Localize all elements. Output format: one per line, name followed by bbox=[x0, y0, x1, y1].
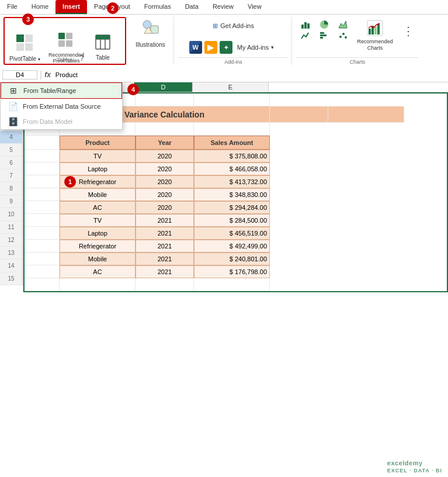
formula-input[interactable] bbox=[53, 71, 446, 79]
green-icon: ✦ bbox=[220, 41, 232, 54]
cell-b7[interactable] bbox=[25, 175, 60, 188]
cell-amount-13[interactable]: $ 240,801.00 bbox=[194, 253, 270, 265]
svg-point-25 bbox=[339, 36, 342, 38]
cell-b13[interactable] bbox=[25, 253, 60, 265]
word-icon: W bbox=[189, 41, 202, 54]
col-header-e[interactable]: E bbox=[193, 82, 269, 92]
area-chart-button[interactable] bbox=[335, 19, 351, 30]
svg-rect-2 bbox=[16, 43, 24, 51]
cell-b6[interactable] bbox=[25, 163, 60, 175]
svg-rect-24 bbox=[320, 37, 323, 39]
cell-product-6[interactable]: Laptop bbox=[60, 163, 136, 175]
svg-rect-7 bbox=[58, 40, 65, 47]
ribbon-group-illustrations: Illustrations bbox=[127, 17, 174, 65]
cell-b9[interactable] bbox=[25, 201, 60, 214]
column-chart-button[interactable] bbox=[297, 19, 314, 30]
row-9: 9 bbox=[0, 195, 23, 208]
cell-b11[interactable] bbox=[25, 227, 60, 240]
cell-product-5[interactable]: TV bbox=[60, 150, 136, 163]
cell-product-8[interactable]: Mobile bbox=[60, 188, 136, 201]
tab-home[interactable]: Home bbox=[25, 0, 55, 14]
cell-reference-input[interactable] bbox=[2, 70, 37, 80]
tab-formulas[interactable]: Formulas bbox=[137, 0, 178, 14]
cell-year-10[interactable]: 2021 bbox=[136, 214, 194, 227]
cell-year-8[interactable]: 2020 bbox=[136, 188, 194, 201]
illustrations-button[interactable]: Illustrations bbox=[132, 17, 169, 50]
cell-year-11[interactable]: 2021 bbox=[136, 227, 194, 240]
cell-amount-12[interactable]: $ 492,499.00 bbox=[194, 240, 270, 253]
more-charts-button[interactable]: ⋮ bbox=[399, 19, 418, 52]
table-row: Refriegerator 2020 $ 413,732.00 1 bbox=[25, 175, 447, 188]
cell-amount-6[interactable]: $ 466,058.00 bbox=[194, 163, 270, 175]
cell-amount-8[interactable]: $ 348,830.00 bbox=[194, 188, 270, 201]
cell-b4[interactable] bbox=[25, 136, 60, 150]
tab-review[interactable]: Review bbox=[206, 0, 241, 14]
cell-year-7[interactable]: 2020 bbox=[136, 175, 194, 188]
cell-amount-7[interactable]: $ 413,732.00 bbox=[194, 175, 270, 188]
cell-b15[interactable] bbox=[25, 278, 60, 291]
row-14: 14 bbox=[0, 260, 23, 272]
cell-year-header[interactable]: Year bbox=[136, 136, 194, 150]
cell-year-9[interactable]: 2020 bbox=[136, 201, 194, 214]
cell-amount-14[interactable]: $ 176,798.00 bbox=[194, 265, 270, 278]
scatter-chart-button[interactable] bbox=[335, 30, 351, 41]
cell-b8[interactable] bbox=[25, 188, 60, 201]
cell-amount-9[interactable]: $ 294,284.00 bbox=[194, 201, 270, 214]
pivot-dropdown-menu: ⊞ From Table/Range 📄 From External Data … bbox=[0, 82, 123, 130]
cell-c15[interactable] bbox=[60, 278, 136, 291]
cell-d2[interactable] bbox=[270, 106, 328, 123]
cell-d1[interactable] bbox=[136, 94, 194, 106]
svg-point-27 bbox=[345, 36, 347, 39]
svg-point-16 bbox=[143, 20, 151, 29]
cell-sales-header[interactable]: Sales Amount bbox=[194, 136, 270, 150]
tab-file[interactable]: File bbox=[0, 0, 25, 14]
cell-product-14[interactable]: AC bbox=[60, 265, 136, 278]
cell-e15[interactable] bbox=[194, 278, 270, 291]
cell-year-14[interactable]: 2021 bbox=[136, 265, 194, 278]
cell-b14[interactable] bbox=[25, 265, 60, 278]
table-row: AC 2021 $ 176,798.00 bbox=[25, 265, 447, 278]
cell-product-9[interactable]: AC bbox=[60, 201, 136, 214]
cell-product-header[interactable]: Product bbox=[60, 136, 136, 150]
tab-view[interactable]: View bbox=[241, 0, 269, 14]
cell-product-13[interactable]: Mobile bbox=[60, 253, 136, 265]
cell-e2[interactable] bbox=[328, 106, 404, 123]
cell-year-6[interactable]: 2020 bbox=[136, 163, 194, 175]
dropdown-from-table[interactable]: ⊞ From Table/Range bbox=[1, 82, 122, 99]
cell-d3[interactable] bbox=[136, 123, 194, 136]
cell-e3[interactable] bbox=[194, 123, 270, 136]
cell-amount-11[interactable]: $ 456,519.00 bbox=[194, 227, 270, 240]
my-addins-button[interactable]: My Add-ins ▾ bbox=[234, 41, 277, 54]
get-addins-button[interactable]: ⊞ Get Add-ins bbox=[209, 19, 257, 32]
col-header-d[interactable]: D bbox=[134, 82, 193, 92]
cell-year-5[interactable]: 2020 bbox=[136, 150, 194, 163]
svg-rect-14 bbox=[100, 35, 105, 39]
recommended-charts-button[interactable]: RecommendedCharts bbox=[353, 19, 396, 52]
cell-amount-10[interactable]: $ 284,500.00 bbox=[194, 214, 270, 227]
table-row: TV 2020 $ 375,808.00 bbox=[25, 150, 447, 163]
svg-rect-31 bbox=[374, 27, 377, 34]
dropdown-arrow-icon: ▾ bbox=[271, 44, 274, 50]
pie-chart-button[interactable] bbox=[316, 19, 332, 30]
cell-b5[interactable] bbox=[25, 150, 60, 163]
dropdown-from-external[interactable]: 📄 From External Data Source bbox=[1, 99, 122, 114]
cell-e1[interactable] bbox=[194, 94, 270, 106]
svg-rect-3 bbox=[25, 43, 33, 51]
line-chart-button[interactable] bbox=[297, 30, 314, 41]
cell-amount-5[interactable]: $ 375,808.00 bbox=[194, 150, 270, 163]
cell-year-12[interactable]: 2021 bbox=[136, 240, 194, 253]
tab-data[interactable]: Data bbox=[178, 0, 206, 14]
bar-chart-button[interactable] bbox=[316, 30, 332, 41]
cell-product-10[interactable]: TV bbox=[60, 214, 136, 227]
cell-product-12[interactable]: Refriegerator bbox=[60, 240, 136, 253]
row-10: 10 bbox=[0, 208, 23, 221]
recommended-charts-icon bbox=[367, 20, 383, 37]
cell-product-11[interactable]: Laptop bbox=[60, 227, 136, 240]
cell-d15[interactable] bbox=[136, 278, 194, 291]
cell-b10[interactable] bbox=[25, 214, 60, 227]
cell-year-13[interactable]: 2021 bbox=[136, 253, 194, 265]
step-badge-1: 1 bbox=[64, 176, 76, 188]
cell-b12[interactable] bbox=[25, 240, 60, 253]
tab-insert[interactable]: Insert bbox=[55, 0, 87, 14]
table-row: Laptop 2021 $ 456,519.00 bbox=[25, 227, 447, 240]
